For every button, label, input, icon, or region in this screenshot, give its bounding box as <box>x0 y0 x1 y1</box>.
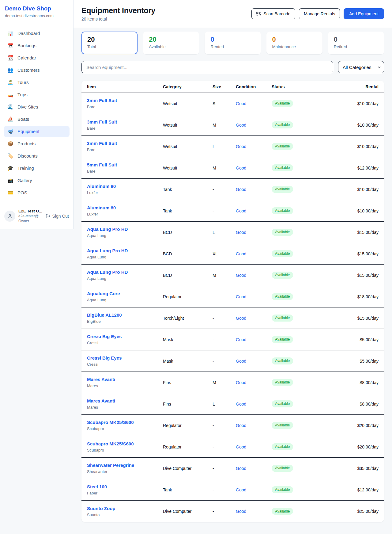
stat-card-available[interactable]: 20 Available <box>143 32 199 54</box>
col-header-category: Category <box>163 84 213 89</box>
item-condition-link[interactable]: Good <box>236 273 272 278</box>
item-condition-link[interactable]: Good <box>236 166 272 170</box>
sidebar-item-bookings[interactable]: 📅 Bookings <box>4 40 70 51</box>
item-name-link[interactable]: BigBlue AL1200 <box>87 312 163 318</box>
item-brand: Shearwater <box>87 469 163 474</box>
item-condition-link[interactable]: Good <box>236 251 272 256</box>
stat-value: 20 <box>87 36 132 43</box>
item-condition-link[interactable]: Good <box>236 509 272 514</box>
item-brand: Bare <box>87 126 163 131</box>
item-category: Tank <box>163 187 213 192</box>
item-condition-link[interactable]: Good <box>236 487 272 492</box>
item-size: M <box>213 273 236 278</box>
page-header-text: Equipment Inventory 20 items total <box>81 6 155 21</box>
item-condition-link[interactable]: Good <box>236 337 272 342</box>
sidebar-item-products[interactable]: 📦 Products <box>4 138 70 149</box>
item-name-link[interactable]: Aqua Lung Pro HD <box>87 269 163 275</box>
item-name-link[interactable]: Aqua Lung Pro HD <box>87 248 163 254</box>
item-name-link[interactable]: Shearwater Peregrine <box>87 463 163 468</box>
col-header-item: Item <box>87 84 163 89</box>
sidebar-item-tours[interactable]: 🏝️ Tours <box>4 77 70 88</box>
stat-card-maintenance[interactable]: 0 Maintenance <box>266 32 322 54</box>
item-brand: Bare <box>87 105 163 109</box>
item-rental-rate: $10.00/day <box>316 208 379 213</box>
stat-card-retired[interactable]: 0 Retired <box>328 32 384 54</box>
main-area: Equipment Inventory 20 items total <box>74 0 392 533</box>
item-size: - <box>213 487 236 492</box>
item-category: Dive Computer <box>163 509 213 514</box>
item-rental-rate: $5.00/day <box>316 359 379 364</box>
item-name-link[interactable]: 3mm Full Suit <box>87 98 163 103</box>
item-name-link[interactable]: 3mm Full Suit <box>87 119 163 125</box>
avatar <box>4 211 15 222</box>
boats-icon: ⛵ <box>7 117 13 122</box>
item-category: Dive Computer <box>163 466 213 471</box>
item-name-link[interactable]: Cressi Big Eyes <box>87 334 163 339</box>
stat-card-total[interactable]: 20 Total <box>81 32 138 54</box>
item-name-link[interactable]: Mares Avanti <box>87 398 163 404</box>
status-badge: Available <box>272 508 293 515</box>
sidebar-item-gallery[interactable]: 📸 Gallery <box>4 175 70 186</box>
item-condition-link[interactable]: Good <box>236 208 272 213</box>
add-equipment-button[interactable]: Add Equipment <box>344 8 384 19</box>
table-row: Shearwater Peregrine Shearwater Dive Com… <box>81 458 384 479</box>
item-condition-link[interactable]: Good <box>236 144 272 149</box>
stat-card-rented[interactable]: 0 Rented <box>205 32 261 54</box>
stat-cards: 20 Total 20 Available 0 Rented 0 Mainten… <box>81 32 384 54</box>
status-badge: Available <box>272 164 293 171</box>
item-name-link[interactable]: Aqua Lung Pro HD <box>87 227 163 232</box>
sidebar-item-discounts[interactable]: 🏷️ Discounts <box>4 151 70 162</box>
item-name-link[interactable]: 5mm Full Suit <box>87 162 163 168</box>
item-name-link[interactable]: Suunto Zoop <box>87 506 163 511</box>
item-name-link[interactable]: Aqualung Core <box>87 291 163 296</box>
scan-barcode-button[interactable]: Scan Barcode <box>251 8 295 19</box>
sidebar-item-dive-sites[interactable]: 🌊 Dive Sites <box>4 101 70 113</box>
item-name-link[interactable]: Steel 100 <box>87 484 163 490</box>
item-condition-link[interactable]: Good <box>236 316 272 321</box>
item-condition-link[interactable]: Good <box>236 187 272 192</box>
sidebar-item-dashboard[interactable]: 📊 Dashboard <box>4 28 70 39</box>
item-condition-link[interactable]: Good <box>236 101 272 106</box>
status-badge: Available <box>272 357 293 364</box>
bookings-icon: 📅 <box>7 43 13 48</box>
shop-name-link[interactable]: Demo Dive Shop <box>5 5 68 12</box>
manage-rentals-button[interactable]: Manage Rentals <box>299 8 340 19</box>
item-name-link[interactable]: Aluminum 80 <box>87 184 163 189</box>
sidebar-item-customers[interactable]: 👥 Customers <box>4 65 70 76</box>
sidebar-item-boats[interactable]: ⛵ Boats <box>4 114 70 125</box>
stat-value: 20 <box>149 36 193 43</box>
item-condition-link[interactable]: Good <box>236 402 272 406</box>
sidebar-item-calendar[interactable]: 📆 Calendar <box>4 52 70 63</box>
sidebar-item-label: Bookings <box>17 43 36 48</box>
dive-sites-icon: 🌊 <box>7 105 13 109</box>
sign-out-button[interactable]: Sign Out <box>46 214 69 219</box>
user-name: E2E Test U... <box>18 209 42 213</box>
item-name-link[interactable]: Cressi Big Eyes <box>87 355 163 361</box>
item-condition-link[interactable]: Good <box>236 380 272 385</box>
table-row: Aluminum 80 Luxfer Tank - Good Available… <box>81 179 384 200</box>
sidebar-item-training[interactable]: 🎓 Training <box>4 163 70 174</box>
item-size: - <box>213 423 236 428</box>
item-rental-rate: $10.00/day <box>316 101 379 106</box>
item-condition-link[interactable]: Good <box>236 423 272 428</box>
item-name-link[interactable]: Scubapro MK25/S600 <box>87 441 163 447</box>
scan-barcode-label: Scan Barcode <box>263 11 290 16</box>
item-name-link[interactable]: Scubapro MK25/S600 <box>87 420 163 425</box>
sidebar-item-pos[interactable]: 💳 POS <box>4 187 70 198</box>
item-condition-link[interactable]: Good <box>236 466 272 471</box>
item-condition-link[interactable]: Good <box>236 359 272 364</box>
item-name-link[interactable]: Aluminum 80 <box>87 205 163 211</box>
item-condition-link[interactable]: Good <box>236 230 272 235</box>
stat-label: Rented <box>210 44 255 49</box>
item-condition-link[interactable]: Good <box>236 444 272 449</box>
table-row: Scubapro MK25/S600 Scubapro Regulator - … <box>81 436 384 458</box>
item-name-link[interactable]: 3mm Full Suit <box>87 141 163 146</box>
sidebar-item-trips[interactable]: 🚤 Trips <box>4 89 70 100</box>
sidebar-item-equipment[interactable]: 🤿 Equipment <box>4 126 70 137</box>
item-condition-link[interactable]: Good <box>236 123 272 128</box>
item-name-link[interactable]: Mares Avanti <box>87 377 163 382</box>
category-select[interactable]: All Categories <box>338 61 384 73</box>
category-select-wrap: All Categories <box>338 61 384 73</box>
search-input[interactable] <box>81 61 333 73</box>
item-condition-link[interactable]: Good <box>236 294 272 299</box>
